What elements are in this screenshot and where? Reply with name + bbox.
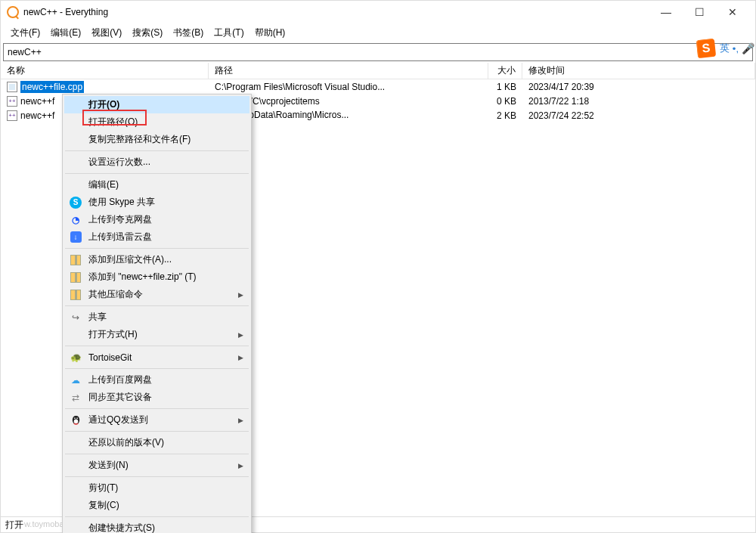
app-icon	[7, 6, 19, 18]
ctx-send-to[interactable]: 发送到(N) ▶	[64, 457, 249, 474]
share-icon: ↪	[69, 311, 82, 324]
ctx-label: 复制(C)	[88, 499, 231, 512]
separator	[65, 346, 249, 346]
svg-point-2	[73, 420, 78, 424]
window-controls: — ☐ ✕	[649, 2, 749, 23]
menu-tools[interactable]: 工具(T)	[209, 24, 249, 42]
separator	[65, 408, 249, 409]
ctx-open-path[interactable]: 打开路径(O)	[64, 113, 249, 131]
ctx-label: 上传到迅雷云盘	[88, 231, 231, 243]
column-headers: 名称 路径 大小 修改时间	[1, 63, 755, 79]
svg-point-3	[74, 417, 76, 419]
menu-bookmarks[interactable]: 书签(B)	[168, 24, 209, 42]
ctx-create-shortcut[interactable]: 创建快捷方式(S)	[64, 519, 249, 533]
ctx-label: 其他压缩命令	[88, 288, 231, 301]
blank-icon	[69, 522, 82, 534]
ctx-baidu-upload[interactable]: ☁ 上传到百度网盘	[64, 371, 249, 389]
ctx-label: 设置运行次数...	[88, 156, 231, 169]
ctx-share[interactable]: ↪ 共享	[64, 308, 249, 326]
ctx-label: 上传到百度网盘	[88, 373, 231, 386]
ctx-label: 上传到夸克网盘	[88, 213, 231, 226]
separator	[65, 150, 249, 151]
submenu-arrow-icon: ▶	[238, 354, 243, 361]
file-row[interactable]: newc++file.cpp C:\Program Files\Microsof…	[1, 79, 755, 94]
context-menu: 打开(O) 打开路径(O) 复制完整路径和文件名(F) 设置运行次数... 编辑…	[62, 94, 252, 533]
file-size: 1 KB	[488, 82, 522, 92]
menu-search[interactable]: 搜索(S)	[127, 24, 168, 42]
file-modified: 2023/4/17 20:39	[522, 82, 755, 92]
ime-lang: 英	[720, 42, 730, 55]
submenu-arrow-icon: ▶	[238, 462, 243, 469]
ctx-skype-share[interactable]: S 使用 Skype 共享	[64, 194, 249, 211]
menu-edit[interactable]: 编辑(E)	[45, 24, 86, 42]
submenu-arrow-icon: ▶	[238, 417, 243, 424]
ctx-label: 还原以前的版本(V)	[88, 436, 231, 449]
skype-icon: S	[69, 196, 82, 209]
ctx-tortoisegit[interactable]: 🐢 TortoiseGit ▶	[64, 349, 249, 366]
file-name: newc++f	[20, 96, 54, 107]
ctx-previous-versions[interactable]: 还原以前的版本(V)	[64, 434, 249, 451]
ctx-xunlei-upload[interactable]: ↓ 上传到迅雷云盘	[64, 228, 249, 246]
ctx-label: 发送到(N)	[88, 459, 231, 472]
ctx-set-run-count[interactable]: 设置运行次数...	[64, 153, 249, 171]
ctx-sync-devices[interactable]: ⇄ 同步至其它设备	[64, 389, 249, 406]
ctx-label: 编辑(E)	[88, 178, 231, 191]
maximize-button[interactable]: ☐	[683, 2, 716, 23]
ctx-label: 同步至其它设备	[88, 391, 231, 404]
ctx-add-to-named-zip[interactable]: 添加到 "newc++file.zip" (T)	[64, 268, 249, 286]
ctx-cut[interactable]: 剪切(T)	[64, 479, 249, 497]
ime-logo-icon: S	[696, 39, 716, 58]
ctx-other-archive[interactable]: 其他压缩命令 ▶	[64, 286, 249, 303]
header-size[interactable]: 大小	[488, 63, 522, 79]
ctx-label: 添加到 "newc++file.zip" (T)	[88, 271, 231, 284]
blank-icon	[69, 499, 82, 513]
ctx-open-with[interactable]: 打开方式(H) ▶	[64, 326, 249, 343]
menu-file[interactable]: 文件(F)	[5, 24, 45, 42]
title-bar: newC++ - Everything — ☐ ✕	[1, 1, 755, 23]
file-icon	[7, 82, 17, 92]
search-bar	[3, 43, 753, 61]
ctx-label: 复制完整路径和文件名(F)	[88, 133, 231, 146]
ctx-quark-upload[interactable]: ◔ 上传到夸克网盘	[64, 211, 249, 228]
ime-punct: •,	[733, 43, 739, 54]
header-name[interactable]: 名称	[1, 63, 209, 79]
blank-icon	[69, 328, 82, 342]
ctx-label: 添加到压缩文件(A)...	[88, 253, 231, 266]
ime-lang-text: 英 •, 🎤	[720, 42, 754, 55]
ctx-label: 打开方式(H)	[88, 328, 231, 341]
file-icon	[7, 96, 17, 107]
ctx-add-to-archive[interactable]: 添加到压缩文件(A)...	[64, 251, 249, 268]
separator	[65, 516, 249, 517]
search-input[interactable]	[4, 44, 752, 60]
header-modified[interactable]: 修改时间	[522, 63, 755, 79]
blank-icon	[69, 178, 82, 192]
ctx-label: 通过QQ发送到	[88, 414, 231, 426]
file-name: newc++f	[20, 110, 54, 121]
header-path[interactable]: 路径	[209, 63, 488, 79]
minimize-button[interactable]: —	[649, 2, 683, 23]
file-name: newc++file.cpp	[20, 81, 84, 93]
file-size: 0 KB	[488, 96, 522, 107]
svg-point-4	[76, 417, 78, 419]
zip-icon	[69, 271, 82, 284]
file-icon	[7, 110, 17, 121]
blank-icon	[69, 98, 82, 112]
file-path: C:\Program Files\Microsoft Visual Studio…	[209, 82, 488, 92]
ctx-label: 创建快捷方式(S)	[88, 522, 231, 533]
menu-help[interactable]: 帮助(H)	[249, 24, 291, 42]
file-modified: 2023/7/24 22:52	[522, 110, 755, 121]
ctx-send-qq[interactable]: 通过QQ发送到 ▶	[64, 411, 249, 429]
menu-view[interactable]: 视图(V)	[86, 24, 127, 42]
close-button[interactable]: ✕	[716, 2, 749, 23]
blank-icon	[69, 459, 82, 473]
separator	[65, 248, 249, 249]
ctx-open[interactable]: 打开(O)	[64, 96, 249, 113]
separator	[65, 476, 249, 477]
ctx-copy-full-path[interactable]: 复制完整路径和文件名(F)	[64, 131, 249, 148]
ctx-edit[interactable]: 编辑(E)	[64, 176, 249, 194]
ime-indicator[interactable]: S 英 •, 🎤	[697, 39, 754, 57]
window-title: newC++ - Everything	[23, 7, 649, 17]
separator	[65, 431, 249, 432]
ctx-copy[interactable]: 复制(C)	[64, 497, 249, 514]
blank-icon	[69, 156, 82, 169]
